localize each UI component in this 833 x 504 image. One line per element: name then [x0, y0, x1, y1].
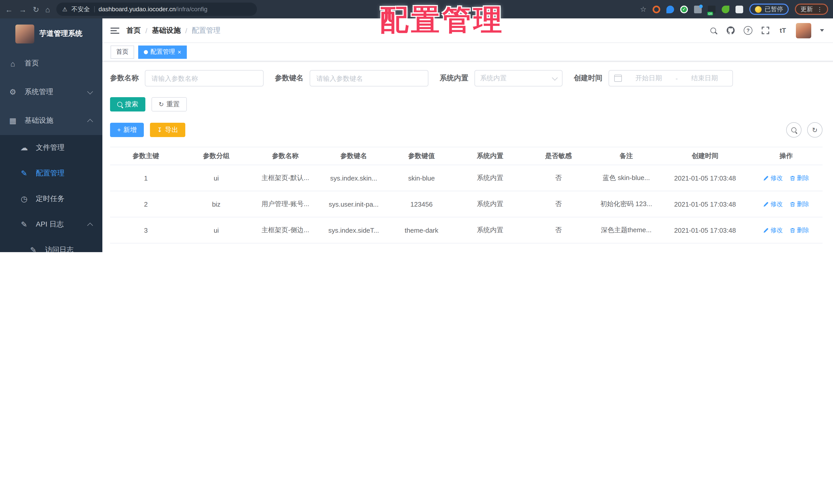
extension-check-icon[interactable]: ✓ — [680, 5, 688, 13]
config-table: 参数主键 参数分组 参数名称 参数键名 参数键值 系统内置 是否敏感 备注 创建… — [110, 147, 823, 252]
sidebar-item-access-logs[interactable]: ✎ 访问日志 — [0, 237, 102, 252]
extension-grid-icon[interactable] — [694, 5, 702, 13]
url-text: dashboard.yudao.iocoder.cn/infra/config — [98, 6, 208, 13]
param-name-input[interactable] — [145, 70, 264, 86]
github-icon[interactable] — [726, 26, 735, 35]
browser-back-icon[interactable]: ← — [5, 5, 13, 13]
help-icon[interactable]: ? — [744, 26, 753, 35]
cell-param-value: 123456 — [387, 191, 455, 217]
breadcrumb-infrastructure[interactable]: 基础设施 — [152, 26, 181, 35]
screen: ← → ↻ ⌂ ⚠ 不安全 dashboard.yudao.iocoder.cn… — [0, 0, 833, 252]
extension-cn-icon[interactable] — [708, 5, 716, 13]
tag-config-management[interactable]: 配置管理 × — [138, 45, 187, 58]
breadcrumb-home[interactable]: 首页 — [126, 26, 141, 35]
top-navbar: 首页 / 基础设施 / 配置管理 ? tT — [102, 19, 833, 43]
table-row[interactable]: 4 1 xxx demo.test 10 自定义 否 5 2021-01-19 … — [110, 243, 823, 252]
app-logo-row[interactable]: 芋道管理系统 — [0, 19, 102, 49]
sidebar-item-api-logs[interactable]: ✎ API 日志 — [0, 212, 102, 237]
collapse-sidebar-icon[interactable] — [111, 26, 119, 35]
extension-leaf-icon[interactable] — [722, 5, 729, 13]
cell-builtin: 系统内置 — [455, 217, 525, 243]
browser-forward-icon[interactable]: → — [19, 5, 27, 13]
cell-builtin: 系统内置 — [455, 165, 525, 191]
table-row[interactable]: 1 ui 主框架页-默认... sys.index.skin... skin-b… — [110, 165, 823, 191]
browser-home-icon[interactable]: ⌂ — [45, 5, 50, 13]
sidebar-item-file-management[interactable]: ☁ 文件管理 — [0, 135, 102, 160]
refresh-icon: ↻ — [159, 101, 164, 107]
font-size-icon[interactable]: tT — [779, 26, 787, 35]
cell-param-group: 1 — [182, 243, 251, 252]
update-button[interactable]: 更新 ⋮ — [795, 4, 828, 15]
cell-param-key: demo.test — [320, 243, 387, 252]
url-divider — [94, 6, 94, 12]
browser-menu-icon[interactable]: ⋮ — [817, 6, 823, 12]
edit-link[interactable]: 修改 — [763, 200, 783, 208]
cell-actions: 修改 删除 — [750, 217, 823, 243]
export-button[interactable]: ↧ 导出 — [150, 123, 185, 137]
cell-param-group: ui — [182, 165, 251, 191]
delete-link[interactable]: 删除 — [790, 174, 809, 182]
created-time-label: 创建时间 — [574, 74, 602, 83]
user-menu-caret-icon[interactable] — [820, 29, 824, 32]
builtin-select[interactable]: 系统内置 — [474, 70, 563, 86]
close-tag-icon[interactable]: × — [177, 49, 181, 55]
sidebar-item-config-management[interactable]: ✎ 配置管理 — [0, 160, 102, 186]
cell-created: 2021-01-05 17:03:48 — [660, 165, 750, 191]
col-remark: 备注 — [592, 147, 660, 165]
date-range-picker[interactable]: 开始日期 - 结束日期 — [609, 70, 733, 86]
add-button[interactable]: + 新增 — [110, 123, 144, 137]
trash-icon — [790, 175, 795, 181]
sidebar-item-system[interactable]: ⚙ 系统管理 — [0, 78, 102, 106]
breadcrumb-current: 配置管理 — [192, 26, 221, 35]
cell-param-value: 10 — [387, 243, 455, 252]
edit-link[interactable]: 修改 — [763, 174, 783, 182]
delete-link[interactable]: 删除 — [790, 226, 809, 234]
cell-param-key: sys.user.init-pa... — [320, 191, 387, 217]
cell-param-name: xxx — [251, 243, 320, 252]
cell-remark: 蓝色 skin-blue... — [592, 165, 660, 191]
param-key-input[interactable] — [310, 70, 428, 86]
extensions-puzzle-icon[interactable] — [736, 5, 743, 13]
browser-toolbar: ← → ↻ ⌂ ⚠ 不安全 dashboard.yudao.iocoder.cn… — [0, 0, 833, 19]
log-icon: ✎ — [29, 246, 38, 252]
col-param-key: 参数键名 — [320, 147, 387, 165]
toggle-search-button[interactable] — [786, 122, 802, 137]
cell-sensitive: 否 — [525, 243, 592, 252]
tag-home[interactable]: 首页 — [111, 45, 134, 58]
fullscreen-icon[interactable] — [761, 26, 770, 35]
app-title: 芋道管理系统 — [40, 29, 82, 39]
cell-param-value: skin-blue — [387, 165, 455, 191]
cell-sensitive: 否 — [525, 165, 592, 191]
chevron-up-icon — [87, 223, 93, 229]
cell-param-id: 1 — [110, 165, 182, 191]
avatar[interactable] — [796, 23, 811, 38]
sidebar-item-home[interactable]: ⌂ 首页 — [0, 49, 102, 78]
table-header-row: 参数主键 参数分组 参数名称 参数键名 参数键值 系统内置 是否敏感 备注 创建… — [110, 147, 823, 165]
builtin-label: 系统内置 — [440, 74, 468, 83]
sidebar-item-scheduled-tasks[interactable]: ◷ 定时任务 — [0, 186, 102, 212]
trash-icon — [790, 201, 795, 207]
col-actions: 操作 — [750, 147, 823, 165]
search-button[interactable]: 搜索 — [110, 97, 145, 111]
sidebar-item-infrastructure[interactable]: ▦ 基础设施 — [0, 106, 102, 135]
table-row[interactable]: 3 ui 主框架页-侧边... sys.index.sideT... theme… — [110, 217, 823, 243]
refresh-icon: ↻ — [812, 127, 818, 133]
extension-pin-icon[interactable] — [666, 5, 674, 13]
edit-link[interactable]: 修改 — [763, 226, 783, 234]
param-key-label: 参数键名 — [275, 74, 304, 83]
delete-link[interactable]: 删除 — [790, 200, 809, 208]
search-icon[interactable] — [709, 26, 718, 35]
extension-icon[interactable] — [652, 5, 660, 13]
filter-form: 参数名称 参数键名 系统内置 系统内置 创建时间 开始日期 — [110, 70, 823, 86]
url-path: /infra/config — [176, 6, 208, 13]
reset-button[interactable]: ↻ 重置 — [151, 97, 187, 111]
address-bar[interactable]: ⚠ 不安全 dashboard.yudao.iocoder.cn/infra/c… — [56, 3, 257, 16]
paused-badge[interactable]: 已暂停 — [749, 4, 789, 15]
refresh-table-button[interactable]: ↻ — [807, 122, 823, 137]
table-row[interactable]: 2 biz 用户管理-账号... sys.user.init-pa... 123… — [110, 191, 823, 217]
cell-created: 2021-01-19 03:10:26 — [660, 243, 750, 252]
browser-reload-icon[interactable]: ↻ — [33, 5, 39, 13]
bookmark-star-icon[interactable]: ☆ — [640, 5, 646, 13]
cell-actions: 修改 删除 — [750, 243, 823, 252]
chevron-down-icon — [552, 75, 558, 80]
